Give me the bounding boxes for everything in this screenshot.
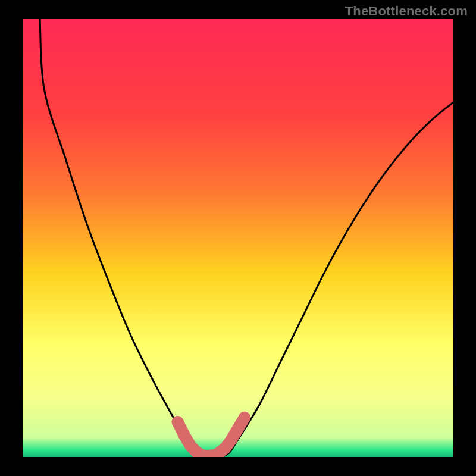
valley-marker bbox=[172, 416, 184, 428]
bottleneck-chart bbox=[0, 0, 476, 476]
valley-marker bbox=[178, 429, 190, 441]
chart-frame: TheBottleneck.com bbox=[0, 0, 476, 476]
plot-background bbox=[23, 19, 453, 457]
valley-marker bbox=[232, 422, 244, 434]
valley-marker bbox=[226, 434, 237, 446]
valley-marker bbox=[239, 412, 250, 424]
